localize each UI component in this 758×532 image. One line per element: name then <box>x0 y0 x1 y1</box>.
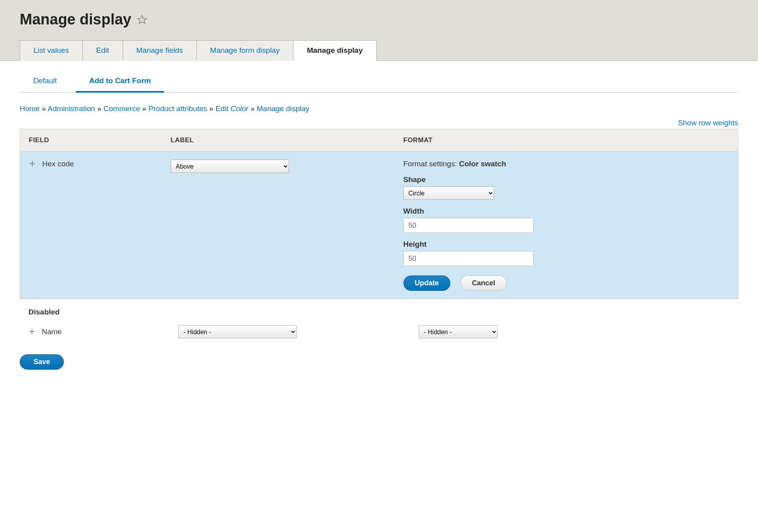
save-button[interactable]: Save <box>20 354 64 370</box>
tab-edit[interactable]: Edit <box>82 40 123 61</box>
fields-table: FIELD LABEL FORMAT Hex code Above <box>20 129 738 299</box>
cancel-button[interactable]: Cancel <box>461 275 507 291</box>
tab-manage-form-display[interactable]: Manage form display <box>196 40 293 61</box>
field-name: Hex code <box>42 160 74 168</box>
crumb-home[interactable]: Home <box>20 104 40 113</box>
primary-tabs: List values Edit Manage fields Manage fo… <box>20 40 738 60</box>
shape-label: Shape <box>403 175 534 184</box>
table-row-name: Name - Hidden - - Hidden - <box>20 320 738 347</box>
label-select-name[interactable]: - Hidden - <box>178 325 297 339</box>
drag-handle-icon[interactable] <box>28 328 35 335</box>
height-input[interactable] <box>403 251 534 266</box>
width-label: Width <box>403 207 534 216</box>
th-field: FIELD <box>20 129 162 152</box>
th-label: LABEL <box>162 129 395 152</box>
tab-list-values[interactable]: List values <box>20 40 83 61</box>
favorite-star-icon[interactable] <box>137 15 147 25</box>
tab-manage-fields[interactable]: Manage fields <box>123 40 197 61</box>
format-settings-text: Format settings: Color swatch <box>403 160 534 168</box>
subtab-default[interactable]: Default <box>20 73 70 92</box>
svg-marker-0 <box>138 15 147 24</box>
disabled-heading: Disabled <box>20 299 738 320</box>
table-row-hex-code: Hex code Above Format settings: Color sw… <box>20 152 738 299</box>
height-label: Height <box>403 240 534 249</box>
secondary-tabs: Default Add to Cart Form <box>20 73 738 93</box>
width-input[interactable] <box>403 218 534 233</box>
crumb-commerce[interactable]: Commerce <box>103 104 140 113</box>
page-title: Manage display <box>20 11 131 28</box>
update-button[interactable]: Update <box>403 275 450 291</box>
crumb-product-attributes[interactable]: Product attributes <box>148 104 207 113</box>
drag-handle-icon[interactable] <box>29 160 36 167</box>
label-select-hex[interactable]: Above <box>171 160 289 173</box>
crumb-edit-color[interactable]: Edit Color <box>215 104 248 113</box>
th-format: FORMAT <box>395 129 738 152</box>
tab-manage-display[interactable]: Manage display <box>293 40 377 61</box>
crumb-manage-display[interactable]: Manage display <box>257 104 309 113</box>
crumb-administration[interactable]: Administration <box>48 104 95 113</box>
breadcrumb: Home » Administration » Commerce » Produ… <box>20 104 738 113</box>
subtab-add-to-cart[interactable]: Add to Cart Form <box>76 73 164 92</box>
format-select-name[interactable]: - Hidden - <box>419 325 498 339</box>
show-row-weights-link[interactable]: Show row weights <box>678 119 738 127</box>
field-name: Name <box>42 327 62 336</box>
shape-select[interactable]: Circle <box>403 186 494 200</box>
